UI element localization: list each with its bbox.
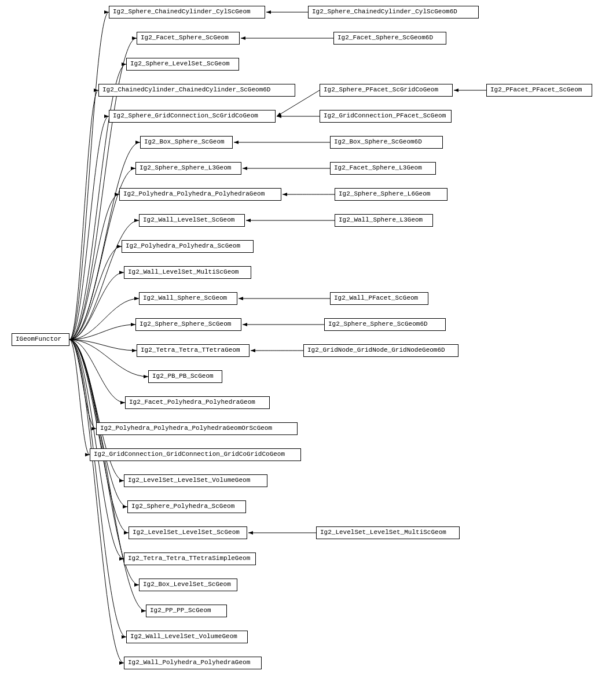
node-n22: Ig2_Tetra_Tetra_TTetraSimpleGeom [124,552,256,565]
node-r4: Ig2_PFacet_PFacet_ScGeom [486,84,592,97]
node-n23: Ig2_Box_LevelSet_ScGeom [139,579,237,591]
node-r2: Ig2_Facet_Sphere_ScGeom6D [333,32,446,45]
node-r8: Ig2_Sphere_Sphere_L6Geom [335,188,447,201]
node-r7: Ig2_Facet_Sphere_L3Geom [330,162,436,175]
node-r11: Ig2_Sphere_Sphere_ScGeom6D [324,318,446,331]
diagram-container: IGeomFunctorIg2_Sphere_ChainedCylinder_C… [0,0,609,700]
node-n6: Ig2_Box_Sphere_ScGeom [140,136,233,149]
node-n12: Ig2_Wall_Sphere_ScGeom [139,292,237,305]
node-IGeomFunctor: IGeomFunctor [12,333,69,346]
node-n14: Ig2_Tetra_Tetra_TTetraGeom [137,344,250,357]
node-n2: Ig2_Facet_Sphere_ScGeom [137,32,240,45]
node-r3: Ig2_Sphere_PFacet_ScGridCoGeom [320,84,453,97]
node-n5: Ig2_Sphere_GridConnection_ScGridCoGeom [109,110,276,123]
node-n9: Ig2_Wall_LevelSet_ScGeom [139,214,245,227]
node-n11: Ig2_Wall_LevelSet_MultiScGeom [124,266,251,279]
node-n25: Ig2_Wall_LevelSet_VolumeGeom [126,631,248,643]
node-n26: Ig2_Wall_Polyhedra_PolyhedraGeom [124,657,262,669]
node-n16: Ig2_Facet_Polyhedra_PolyhedraGeom [125,396,270,409]
node-n15: Ig2_PB_PB_ScGeom [148,370,222,383]
node-n19: Ig2_LevelSet_LevelSet_VolumeGeom [124,474,267,487]
node-n13: Ig2_Sphere_Sphere_ScGeom [135,318,241,331]
node-r12: Ig2_GridNode_GridNode_GridNodeGeom6D [303,344,458,357]
node-r10: Ig2_Wall_PFacet_ScGeom [330,292,428,305]
node-n3: Ig2_Sphere_LevelSet_ScGeom [126,58,239,71]
node-n24: Ig2_PP_PP_ScGeom [146,605,227,617]
node-n7: Ig2_Sphere_Sphere_L3Geom [135,162,241,175]
node-r5: Ig2_GridConnection_PFacet_ScGeom [320,110,452,123]
node-n4: Ig2_ChainedCylinder_ChainedCylinder_ScGe… [98,84,295,97]
node-r9: Ig2_Wall_Sphere_L3Geom [335,214,433,227]
node-n18: Ig2_GridConnection_GridConnection_GridCo… [90,448,301,461]
node-r13: Ig2_LevelSet_LevelSet_MultiScGeom [316,526,460,539]
node-n1: Ig2_Sphere_ChainedCylinder_CylScGeom [109,6,265,19]
node-n17: Ig2_Polyhedra_Polyhedra_PolyhedraGeomOrS… [96,422,298,435]
node-n21: Ig2_LevelSet_LevelSet_ScGeom [129,526,247,539]
node-r1: Ig2_Sphere_ChainedCylinder_CylScGeom6D [308,6,479,19]
node-n10: Ig2_Polyhedra_Polyhedra_ScGeom [122,240,254,253]
node-n20: Ig2_Sphere_Polyhedra_ScGeom [127,500,246,513]
node-r6: Ig2_Box_Sphere_ScGeom6D [330,136,443,149]
node-n8: Ig2_Polyhedra_Polyhedra_PolyhedraGeom [119,188,281,201]
